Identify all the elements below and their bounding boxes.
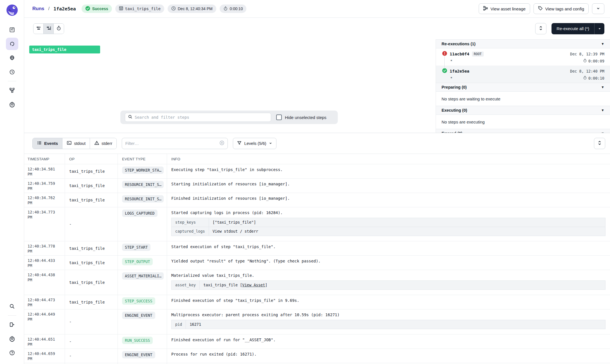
event-type-cell: RESOURCE_INIT_S… xyxy=(118,193,167,207)
tab-stdout[interactable]: stdout xyxy=(62,138,90,149)
event-row: 12:40:34.778PMtaxi_trips_fileSTEP_STARTS… xyxy=(24,241,610,256)
runs-nav-button[interactable] xyxy=(6,38,18,50)
event-op-name: taxi_trips_file xyxy=(69,300,105,304)
step-selection: * xyxy=(450,59,453,63)
event-op-name: - xyxy=(69,354,71,358)
metadata-row: asset_keytaxi_trips_file [View Asset] xyxy=(172,281,606,290)
metadata-value: 16271 xyxy=(186,320,606,329)
event-op: taxi_trips_file xyxy=(65,256,118,270)
event-info: Finished initialization of resources [io… xyxy=(167,193,610,207)
dagster-logo[interactable] xyxy=(6,4,18,16)
event-list-icon xyxy=(37,140,42,146)
event-timestamp[interactable]: 12:40:44.659PM xyxy=(24,349,65,363)
expand-logs-button[interactable] xyxy=(594,138,605,149)
timer-view-button[interactable] xyxy=(54,24,64,34)
clear-filter-icon[interactable] xyxy=(219,140,224,147)
event-info-text: Started capturing logs in process (pid: … xyxy=(171,210,606,215)
run-duration-value: 0:00:10 xyxy=(588,76,604,80)
metadata-value-text: ["taxi_trips_file"] xyxy=(213,220,256,224)
settings-nav-button[interactable] xyxy=(6,98,18,111)
event-metadata-table: pid16271 xyxy=(171,320,606,329)
more-actions-button[interactable] xyxy=(592,3,604,14)
reexecution-row[interactable]: 1fa2e5eaDec 8, 12:40 PM*0:00:10 xyxy=(436,66,610,83)
graph-view-switcher xyxy=(33,23,64,34)
errored-section-header[interactable]: Errored (0) ▼ xyxy=(436,129,610,133)
event-type-badge: STEP_WORKER_STA… xyxy=(122,167,164,174)
reexecutions-list: 11acb0f4ROOTDec 8, 12:39 PM*0:00:091fa2e… xyxy=(436,48,610,83)
event-info-text: Materialized value taxi_trips_file. xyxy=(171,273,606,278)
run-id-link[interactable]: 11acb0f4 xyxy=(450,52,469,56)
event-timestamp[interactable]: 12:40:34.778PM xyxy=(24,241,65,255)
log-filter-input[interactable] xyxy=(125,141,217,146)
event-timestamp[interactable]: 12:40:34.759PM xyxy=(24,179,65,193)
event-info: Starting initialization of resources [io… xyxy=(167,179,610,193)
event-type-cell: ASSET_MATERIALI… xyxy=(118,270,167,295)
lineage-nav-button[interactable] xyxy=(6,84,18,96)
step-node-taxi-trips-file[interactable]: taxi_trips_file xyxy=(29,46,100,53)
view-tags-config-button[interactable]: View tags and config xyxy=(534,3,589,14)
expand-gantt-button[interactable] xyxy=(535,23,546,34)
event-meridiem: PM xyxy=(28,263,62,268)
expand-panel-button[interactable] xyxy=(6,318,18,331)
event-log-table: TIMESTAMP OP EVENT TYPE INFO 12:40:34.58… xyxy=(24,154,610,364)
reexecute-options-caret[interactable] xyxy=(594,23,604,34)
event-type-badge: LOGS_CAPTURED xyxy=(122,210,157,217)
reexecutions-section-header[interactable]: Re-executions (1) ▼ xyxy=(436,39,610,48)
job-badge: taxi_trips_file xyxy=(115,5,164,13)
event-timestamp[interactable]: 12:40:34.773PM xyxy=(24,207,65,241)
search-nav-button[interactable] xyxy=(6,300,18,313)
tab-events[interactable]: Events xyxy=(33,138,62,149)
gantt-waterfall-view-button[interactable] xyxy=(44,24,54,34)
view-asset-lineage-button[interactable]: View asset lineage xyxy=(479,3,530,14)
schedules-nav-button[interactable] xyxy=(6,66,18,78)
preparing-empty-text: No steps are waiting to execute xyxy=(436,92,610,106)
check-circle-icon xyxy=(85,6,90,12)
levels-filter-button[interactable]: Levels (5/6) xyxy=(233,138,276,149)
event-meridiem: PM xyxy=(28,277,62,282)
event-time: 12:40:34.773 xyxy=(28,210,62,215)
deployment-nav-button[interactable] xyxy=(6,52,18,64)
gantt-flat-icon xyxy=(36,26,41,32)
preparing-section-header[interactable]: Preparing (0) ▼ xyxy=(436,83,610,92)
executing-section-header[interactable]: Executing (0) ▼ xyxy=(436,106,610,115)
run-duration-value: 0:00:09 xyxy=(588,59,604,63)
event-timestamp[interactable]: 12:40:44.473PM xyxy=(24,295,65,309)
tab-stderr[interactable]: stderr xyxy=(90,138,116,149)
run-duration: 0:00:09 xyxy=(583,59,604,63)
event-time: 12:40:44.473 xyxy=(28,297,62,302)
event-timestamp[interactable]: 12:40:44.433PM xyxy=(24,256,65,270)
metadata-link[interactable]: View Asset xyxy=(242,283,265,287)
event-timestamp[interactable]: 12:40:44.649PM xyxy=(24,309,65,334)
clock-icon xyxy=(9,69,15,75)
hide-unselected-checkbox[interactable] xyxy=(276,114,282,120)
event-op-name: - xyxy=(69,320,71,324)
gantt-flat-view-button[interactable] xyxy=(33,24,44,34)
metadata-key: asset_key xyxy=(172,281,200,290)
step-search-input[interactable] xyxy=(135,115,268,120)
log-filter-box[interactable] xyxy=(122,138,228,149)
user-settings-button[interactable] xyxy=(6,332,18,345)
table-grid-icon xyxy=(119,6,123,11)
run-id-link[interactable]: 1fa2e5ea xyxy=(450,69,469,73)
event-meridiem: PM xyxy=(28,172,62,177)
event-row: 12:40:44.438PMtaxi_trips_fileASSET_MATER… xyxy=(24,270,610,295)
column-header-timestamp: TIMESTAMP xyxy=(24,154,65,164)
help-button[interactable] xyxy=(6,347,18,359)
section-collapse-icon: ▼ xyxy=(601,108,604,112)
event-timestamp[interactable]: 12:40:44.438PM xyxy=(24,270,65,295)
metadata-link[interactable]: View stdout / stderr xyxy=(213,229,258,233)
event-timestamp[interactable]: 12:40:44.651PM xyxy=(24,334,65,349)
event-timestamp[interactable]: 12:40:34.762PM xyxy=(24,193,65,207)
funnel-icon xyxy=(237,141,242,146)
event-metadata-table: step_keys["taxi_trips_file"]captured_log… xyxy=(171,218,606,236)
reexecution-row[interactable]: 11acb0f4ROOTDec 8, 12:39 PM*0:00:09 xyxy=(436,48,610,66)
event-type-badge: RUN_SUCCESS xyxy=(122,337,153,344)
event-timestamp[interactable]: 12:40:34.581PM xyxy=(24,164,65,178)
overview-nav-button[interactable] xyxy=(6,24,18,36)
reexecute-all-button[interactable]: Re-execute all (*) xyxy=(552,23,604,34)
hide-unselected-toggle[interactable]: Hide unselected steps xyxy=(276,114,327,120)
event-type-cell: STEP_START xyxy=(118,241,167,255)
step-search-box[interactable] xyxy=(125,113,271,122)
event-type-badge: RESOURCE_INIT_S… xyxy=(122,195,164,203)
breadcrumb-runs-link[interactable]: Runs xyxy=(32,6,44,12)
